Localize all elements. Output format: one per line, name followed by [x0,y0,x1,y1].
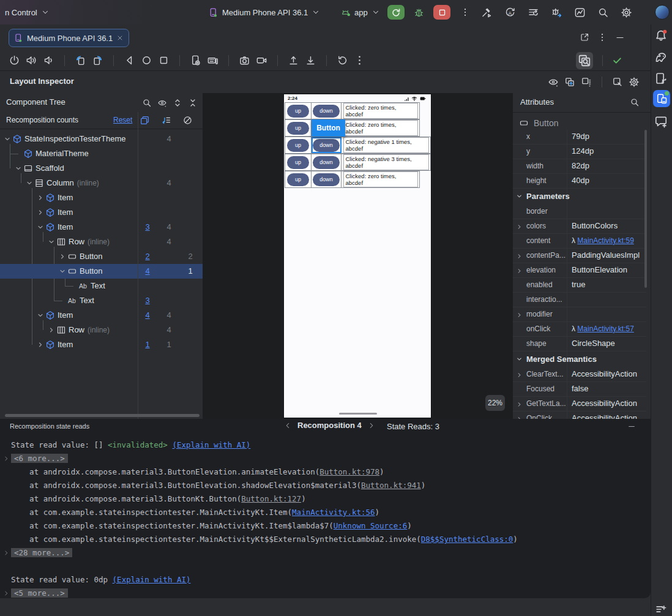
recomposition-count-link[interactable]: 4 [140,310,155,320]
version-control-menu[interactable]: n Control [5,0,50,24]
attr-row-x[interactable]: x79dp [513,130,646,145]
search-icon[interactable] [630,97,640,107]
more-frames-chip[interactable]: <28 more...> [11,548,72,557]
rerun-button[interactable] [387,5,405,20]
gear-icon[interactable] [629,77,640,88]
volume-down-icon[interactable] [43,54,54,66]
down-button[interactable]: down [313,156,340,169]
attr-row-interactio[interactable]: interactio... [513,293,646,307]
attr-row-focused[interactable]: Focusedfalse [513,382,646,397]
source-link[interactable]: D8$$SyntheticClass:0 [421,535,513,544]
source-link[interactable]: Button.kt:978 [319,467,379,476]
power-icon[interactable] [9,54,20,66]
minimize-icon[interactable] [615,32,625,42]
tree-row-text[interactable]: AbText [0,279,203,293]
chevron-right-icon[interactable] [48,326,55,334]
keyboard-icon[interactable] [207,54,218,66]
attr-row-width[interactable]: width82dp [513,159,646,174]
attr-row-elevation[interactable]: elevationButtonElevation [513,263,646,278]
recomposition-count-link[interactable]: 2 [140,252,155,261]
tree-row-text[interactable]: AbText3 [0,293,203,308]
tree-row-row[interactable]: Row(inline)4 [0,323,203,337]
gradle-elephant-icon[interactable] [654,51,668,64]
chevron-down-icon[interactable] [516,356,523,362]
chevron-right-icon[interactable] [516,372,523,378]
next-recomposition-icon[interactable] [367,421,376,430]
source-link[interactable]: MainActivity.kt:57 [577,325,633,333]
tree-row-row[interactable]: Row(inline)4 [0,235,203,249]
device-selector[interactable]: Medium Phone API 36.1 [208,0,320,24]
source-link[interactable]: MainActivity.kt:56 [292,508,375,517]
chevron-right-icon[interactable] [3,590,9,596]
source-link[interactable]: Button.kt:127 [241,494,301,503]
tree-horizontal-scrollbar[interactable] [5,414,200,417]
restore-icon[interactable] [337,54,348,66]
tree-row-item[interactable]: Item11 [0,337,203,352]
debug-bug-icon[interactable] [413,7,425,18]
attr-row-contentpa[interactable]: contentPa...PaddingValuesImpl [513,249,646,263]
chevron-right-icon[interactable] [516,312,523,318]
up-button[interactable]: up [287,156,309,169]
tree-row-item[interactable]: Item [0,205,203,220]
more-frames-chip[interactable]: <5 more...> [11,588,68,598]
reset-counts-link[interactable]: Reset [113,116,132,124]
source-link[interactable]: MainActivity.kt:59 [577,236,633,245]
back-icon[interactable] [124,54,135,66]
tree-row-stateinspectiontestertheme[interactable]: StateInspectionTesterTheme4 [0,132,203,146]
chevron-down-icon[interactable] [37,312,44,319]
source-link[interactable]: Button.kt:941 [361,481,421,490]
layout-inspector-toggle-icon[interactable] [576,52,593,69]
chevron-right-icon[interactable] [37,194,44,201]
tree-row-button[interactable]: Button41 [0,264,203,279]
down-button[interactable]: down [313,105,340,118]
kebab-icon[interactable] [597,32,607,42]
attr-row-onclick[interactable]: onClickλ MainActivity.kt:57 [513,322,646,337]
eye-icon[interactable] [548,77,559,88]
chevron-right-icon[interactable] [516,223,523,230]
attr-row-height[interactable]: height40dp [513,174,646,189]
attr-row-y[interactable]: y124dp [513,145,646,159]
video-icon[interactable] [256,54,267,66]
chat-plus-icon[interactable] [654,115,668,128]
tree-row-item[interactable]: Item44 [0,308,203,323]
stop-button[interactable] [433,5,450,20]
collapse-all-icon[interactable] [188,98,198,108]
recomposition-count-link[interactable]: 3 [140,296,155,305]
kebab-icon[interactable] [354,54,365,66]
attr-row-border[interactable]: border [513,205,646,219]
attach-debugger-icon[interactable] [551,7,562,18]
chevron-right-icon[interactable] [37,341,44,348]
attributes-scrollbar[interactable] [644,130,647,288]
attr-row-content[interactable]: contentλ MainActivity.kt:59 [513,234,646,249]
source-link[interactable]: (Explain with AI) [113,575,191,584]
search-icon[interactable] [142,98,152,108]
recomposition-count-link[interactable]: 1 [140,340,155,349]
device-screen[interactable]: 2:24 updownClicked: zero times, abcdefup… [283,94,431,418]
tree-row-item[interactable]: Item34 [0,220,203,235]
chevron-right-icon[interactable] [516,253,523,260]
tree-row-button[interactable]: Button22 [0,249,203,264]
chevron-right-icon[interactable] [516,268,523,274]
chevron-right-icon[interactable] [37,209,44,216]
attr-row-gettextla[interactable]: GetTextLa...AccessibilityAction [513,397,646,411]
overview-icon[interactable] [158,54,170,66]
down-button[interactable]: down [313,173,340,186]
chevron-right-icon[interactable] [3,550,9,556]
tree-export-icon[interactable] [581,77,592,88]
minimize-icon[interactable] [627,422,636,430]
chevron-down-icon[interactable] [15,165,22,172]
export-icon[interactable] [580,32,589,42]
expand-all-icon[interactable] [173,98,182,108]
run-config-selector[interactable]: app [340,0,380,24]
zoom-level-badge[interactable]: 22% [485,395,505,411]
profiler-icon[interactable] [574,7,586,18]
chevron-down-icon[interactable] [4,135,11,143]
chevron-right-icon[interactable] [3,456,9,462]
tree-row-item[interactable]: Item [0,190,203,205]
prev-recomposition-icon[interactable] [283,421,292,430]
attr-row-cleartext[interactable]: ClearText...AccessibilityAction [513,367,646,382]
apply-changes-icon[interactable]: A [504,7,516,18]
down-button[interactable]: down [313,139,340,152]
sync-lines-icon[interactable] [528,7,539,18]
running-devices-icon[interactable] [653,90,670,107]
